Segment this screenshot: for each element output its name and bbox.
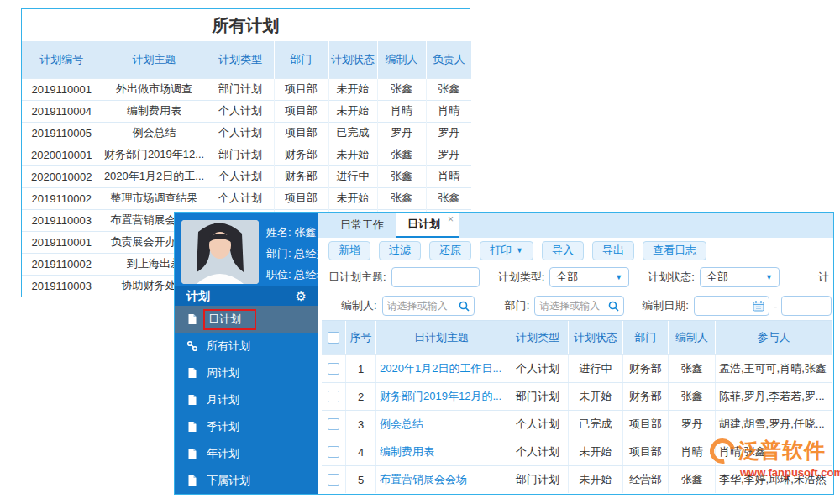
annotation-box: 日计划 [203, 309, 256, 330]
table-row[interactable]: 2 财务部门2019年12月的... 部门计划 未开始 财务部 张鑫 陈菲,罗丹… [322, 382, 832, 410]
sidebar-item-label: 月计划 [207, 392, 239, 407]
close-icon[interactable]: × [448, 213, 454, 225]
cell-type: 个人计划 [507, 355, 568, 382]
cell: 财务部 [274, 165, 328, 187]
add-button[interactable]: 新增 [328, 241, 370, 260]
cell-compiler: 张鑫 [668, 466, 715, 493]
watermark-brand: 泛普软件 [738, 437, 826, 465]
col-participants: 参与人 [715, 321, 832, 354]
cell: 2019110001 [22, 78, 102, 100]
sidebar-item-subordinate-plan[interactable]: 下属计划 [175, 467, 318, 494]
dept-filter-input[interactable]: 请选择或输入 [534, 296, 624, 316]
cell: 例会总结 [102, 122, 207, 144]
tab-daily-plan[interactable]: 日计划 × [396, 213, 459, 238]
col-plan-subject: 计划主题 [102, 41, 207, 78]
cell: 罗丹 [426, 144, 471, 165]
subject-link[interactable]: 财务部门2019年12月的... [380, 389, 501, 404]
col-department: 部门 [622, 321, 668, 354]
table-row[interactable]: 2019110005例会总结个人计划项目部已完成罗丹罗丹 [22, 122, 471, 144]
select-all-checkbox[interactable] [328, 332, 339, 344]
export-button[interactable]: 导出 [592, 241, 634, 260]
sidebar-item-all-plans[interactable]: 所有计划 [175, 333, 318, 360]
cell: 2019110001 [22, 231, 102, 253]
subject-link[interactable]: 2020年1月2日的工作日... [380, 361, 501, 376]
all-plans-title: 所有计划 [22, 9, 470, 41]
row-checkbox[interactable] [328, 363, 339, 375]
date-to-input[interactable] [781, 296, 832, 316]
restore-button[interactable]: 还原 [429, 241, 471, 260]
table-row[interactable]: 2020010001财务部门2019年12...部门计划财务部未开始张鑫罗丹 [22, 144, 471, 165]
clipped-filter-label: 计 [818, 270, 829, 285]
chevron-down-icon: ▼ [516, 246, 523, 255]
file-icon [186, 448, 198, 459]
search-icon[interactable] [459, 301, 470, 312]
cell-seq: 2 [345, 383, 375, 410]
subject-link[interactable]: 例会总结 [380, 417, 423, 432]
calendar-icon[interactable] [753, 300, 764, 312]
cell: 张鑫 [377, 187, 426, 209]
cell-status: 未开始 [568, 438, 622, 465]
row-checkbox[interactable] [328, 391, 339, 402]
sidebar-section-label: 计划 [186, 289, 210, 304]
compiler-filter-input[interactable]: 请选择或输入 [382, 296, 475, 316]
filter-row-2: 编制人: 请选择或输入 部门: 请选择或输入 编制日期: - [318, 291, 833, 320]
cell: 进行中 [328, 165, 377, 187]
subject-link[interactable]: 编制费用表 [380, 444, 434, 459]
gear-icon[interactable]: ⚙ [296, 289, 307, 304]
view-log-button[interactable]: 查看日志 [643, 241, 706, 260]
cell-seq: 5 [345, 466, 375, 493]
table-row[interactable]: 20200100022020年1月2日的工...个人计划财务部进行中张鑫肖晴 [22, 165, 471, 187]
status-filter-label: 计划状态: [648, 270, 695, 285]
daily-plan-header-row: 序号 日计划主题 计划类型 计划状态 部门 编制人 参与人 [322, 321, 832, 354]
sidebar-item-daily-plan[interactable]: 日计划 [175, 306, 318, 333]
table-row[interactable]: 2019110002整理市场调查结果个人计划项目部未开始张鑫张鑫 [22, 187, 471, 209]
table-row[interactable]: 3 例会总结 个人计划 已完成 项目部 罗丹 胡建,胡雪,罗丹,任晓... [322, 410, 832, 438]
sidebar-item-yearly-plan[interactable]: 年计划 [175, 440, 318, 467]
sidebar-section-plan[interactable]: 计划 ⚙ [175, 286, 318, 306]
table-row[interactable]: 1 2020年1月2日的工作日... 个人计划 进行中 财务部 张鑫 孟浩,王可… [322, 354, 832, 382]
search-icon[interactable] [608, 301, 619, 312]
cell-status: 进行中 [568, 355, 622, 382]
import-button[interactable]: 导入 [542, 241, 584, 260]
row-checkbox[interactable] [328, 446, 339, 458]
cell-dept: 财务部 [622, 383, 668, 410]
vendor-watermark: 泛普软件 www.fanpusoft.com [710, 437, 836, 479]
sidebar-item-label: 下属计划 [207, 473, 250, 488]
cell: 财务部 [274, 144, 328, 165]
sidebar-item-quarterly-plan[interactable]: 季计划 [175, 413, 318, 440]
cell: 2019110004 [22, 100, 102, 122]
sidebar-item-label: 年计划 [207, 446, 239, 461]
link-icon [186, 340, 198, 352]
cell-dept: 项目部 [622, 438, 668, 465]
date-from-input[interactable] [694, 296, 769, 316]
subject-link[interactable]: 布置营销展会会场 [380, 472, 467, 487]
row-checkbox[interactable] [328, 474, 339, 486]
sidebar-item-label: 周计划 [207, 365, 239, 381]
col-plan-status: 计划状态 [328, 41, 377, 78]
print-button[interactable]: 打印▼ [480, 241, 533, 260]
table-row[interactable]: 2019110001外出做市场调查部门计划项目部未开始张鑫张鑫 [22, 78, 471, 100]
cell: 财务部门2019年12... [102, 144, 207, 165]
filter-button[interactable]: 过滤 [379, 241, 421, 260]
compiler-filter-label: 编制人: [341, 298, 377, 313]
filter-row-1: 日计划主题: 计划类型: 全部 ▼ 计划状态: 全部 ▼ 计 [318, 263, 833, 291]
tab-daily-work[interactable]: 日常工作 [328, 213, 396, 238]
cell: 未开始 [328, 100, 377, 122]
row-checkbox[interactable] [328, 418, 339, 430]
cell: 张鑫 [377, 165, 426, 187]
sidebar-item-monthly-plan[interactable]: 月计划 [175, 386, 318, 413]
subject-filter-input[interactable] [391, 267, 480, 287]
dept-filter-label: 部门: [505, 298, 530, 313]
cell: 外出做市场调查 [102, 78, 207, 100]
type-filter-label: 计划类型: [498, 270, 545, 285]
cell: 部门计划 [207, 78, 274, 100]
tab-bar: 日常工作 日计划 × [318, 213, 833, 238]
cell: 张鑫 [426, 78, 471, 100]
cell: 项目部 [274, 187, 328, 209]
watermark-url: www.fanpusoft.com [740, 466, 836, 479]
type-filter-select[interactable]: 全部 ▼ [549, 267, 629, 287]
table-row[interactable]: 2019110004编制费用表个人计划项目部未开始肖晴肖晴 [22, 100, 471, 122]
cell-compiler: 肖晴 [668, 438, 715, 465]
status-filter-select[interactable]: 全部 ▼ [700, 267, 780, 287]
sidebar-item-weekly-plan[interactable]: 周计划 [175, 360, 318, 386]
